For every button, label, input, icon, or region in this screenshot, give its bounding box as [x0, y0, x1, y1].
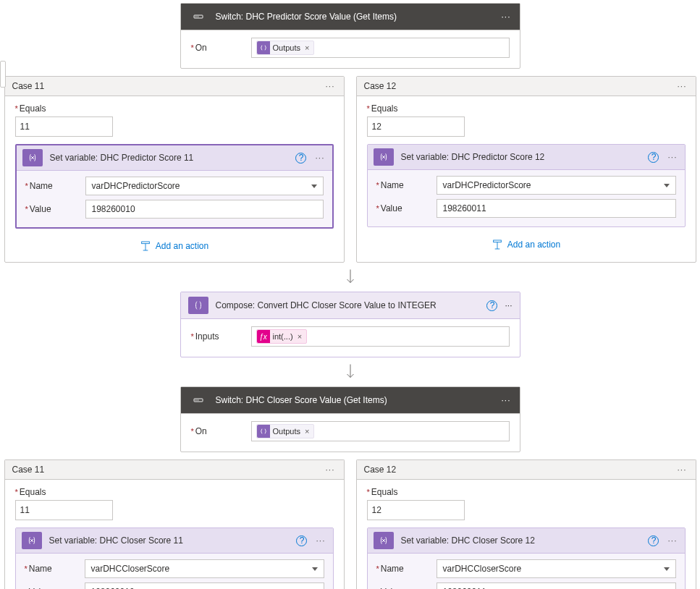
dynamic-content-icon	[257, 41, 270, 54]
predictor-case-12: Case 12 ··· Equals 12 Set variable: DHC …	[356, 76, 696, 263]
equals-input[interactable]: 11	[15, 500, 113, 520]
add-action-button[interactable]: Add an action	[367, 239, 686, 250]
set-variable-title: Set variable: DHC Closer Score 12	[401, 535, 641, 546]
on-input[interactable]: Outputs ×	[251, 38, 510, 58]
chip-remove-icon[interactable]: ×	[303, 427, 311, 436]
more-icon[interactable]: ···	[314, 535, 326, 546]
switch-closer-card: Switch: DHC Closer Score Value (Get Item…	[180, 386, 520, 452]
help-icon[interactable]: ?	[648, 535, 659, 546]
on-label: On	[191, 426, 245, 436]
case-title: Case 12	[364, 81, 669, 91]
dynamic-content-icon	[257, 425, 270, 438]
variable-icon	[374, 148, 394, 166]
chevron-down-icon	[312, 567, 318, 571]
help-icon[interactable]: ?	[648, 152, 659, 163]
chip-remove-icon[interactable]: ×	[296, 332, 303, 341]
name-select[interactable]: varDHCCloserScore	[85, 559, 324, 578]
set-variable-card: Set variable: DHC Closer Score 12 ? ··· …	[367, 527, 686, 589]
set-variable-card: Set variable: DHC Predictor Score 12 ? ·…	[367, 144, 686, 227]
set-variable-card: Set variable: DHC Closer Score 11 ? ··· …	[15, 527, 334, 589]
switch-closer-title: Switch: DHC Closer Score Value (Get Item…	[216, 395, 493, 405]
outputs-chip[interactable]: Outputs ×	[256, 41, 315, 55]
case-title: Case 12	[364, 465, 669, 475]
equals-label: Equals	[367, 487, 686, 497]
on-input[interactable]: Outputs ×	[251, 421, 510, 441]
outputs-chip[interactable]: Outputs ×	[256, 424, 315, 438]
value-input[interactable]: 198260011	[437, 199, 676, 218]
expression-chip[interactable]: ƒx int(...) ×	[256, 329, 308, 344]
outputs-chip-label: Outputs	[273, 427, 301, 436]
add-action-button[interactable]: Add an action	[15, 240, 334, 252]
variable-icon	[22, 532, 42, 549]
variable-icon	[374, 532, 394, 549]
more-icon[interactable]: ···	[313, 153, 326, 163]
more-icon[interactable]: ···	[666, 535, 678, 546]
fx-icon: ƒx	[257, 330, 270, 343]
name-value: varDHCCloserScore	[443, 564, 522, 574]
value-text: 198260010	[92, 204, 135, 214]
more-icon[interactable]: ···	[666, 152, 678, 162]
value-input[interactable]: 198260010	[85, 200, 324, 219]
value-label: Value	[25, 204, 80, 214]
name-select[interactable]: varDHCCloserScore	[437, 559, 676, 578]
value-input[interactable]: 198260011	[437, 582, 676, 589]
case-header[interactable]: Case 12 ···	[357, 77, 696, 96]
equals-label: Equals	[15, 103, 334, 114]
help-icon[interactable]: ?	[296, 535, 307, 546]
switch-icon	[188, 8, 208, 25]
compose-header[interactable]: Compose: Convert DHC Closer Score Value …	[181, 292, 520, 319]
chip-remove-icon[interactable]: ×	[303, 43, 311, 52]
inputs-field[interactable]: ƒx int(...) ×	[251, 326, 510, 347]
switch-icon	[188, 391, 208, 409]
more-icon[interactable]: ···	[505, 300, 512, 310]
set-variable-header[interactable]: Set variable: DHC Closer Score 11 ? ···	[16, 528, 333, 554]
more-icon[interactable]: ···	[499, 12, 512, 22]
name-label: Name	[25, 564, 79, 574]
more-icon[interactable]: ···	[675, 465, 688, 475]
set-variable-title: Set variable: DHC Closer Score 11	[49, 535, 290, 546]
case-header[interactable]: Case 11 ···	[5, 460, 344, 480]
chevron-down-icon	[311, 185, 317, 188]
help-icon[interactable]: ?	[486, 300, 497, 311]
set-variable-header[interactable]: Set variable: DHC Predictor Score 12 ? ·…	[368, 145, 685, 170]
more-icon[interactable]: ···	[324, 81, 336, 91]
switch-closer-header[interactable]: Switch: DHC Closer Score Value (Get Item…	[181, 387, 520, 414]
value-input[interactable]: 198260010	[85, 582, 324, 589]
name-select[interactable]: varDHCPredictorScore	[85, 177, 324, 195]
set-variable-header[interactable]: Set variable: DHC Predictor Score 11 ? ·…	[17, 145, 332, 171]
compose-icon	[188, 297, 208, 314]
on-label: On	[191, 43, 245, 53]
equals-input[interactable]: 11	[15, 116, 113, 137]
name-label: Name	[376, 564, 431, 574]
inputs-label: Inputs	[191, 331, 245, 342]
set-variable-card: Set variable: DHC Predictor Score 11 ? ·…	[15, 144, 334, 229]
chevron-down-icon	[664, 567, 670, 571]
equals-label: Equals	[15, 487, 334, 497]
switch-predictor-header[interactable]: Switch: DHC Predictor Score Value (Get I…	[181, 4, 520, 30]
name-label: Name	[25, 181, 80, 191]
predictor-case-11: Case 11 ··· Equals 11 Set variable: DHC …	[4, 76, 345, 263]
name-select[interactable]: varDHCPredictorScore	[437, 176, 676, 195]
name-value: varDHCPredictorScore	[92, 181, 180, 191]
more-icon[interactable]: ···	[499, 395, 512, 405]
more-icon[interactable]: ···	[324, 465, 336, 475]
set-variable-header[interactable]: Set variable: DHC Closer Score 12 ? ···	[368, 528, 685, 554]
help-icon[interactable]: ?	[295, 153, 306, 164]
expression-chip-label: int(...)	[273, 332, 293, 341]
more-icon[interactable]: ···	[675, 81, 688, 91]
flow-arrow-icon	[0, 268, 700, 286]
set-variable-title: Set variable: DHC Predictor Score 11	[50, 153, 289, 163]
equals-input[interactable]: 12	[367, 500, 465, 520]
case-header[interactable]: Case 12 ···	[357, 460, 696, 480]
name-value: varDHCCloserScore	[91, 564, 170, 574]
equals-input[interactable]: 12	[367, 116, 465, 137]
case-header[interactable]: Case 11 ···	[5, 77, 344, 96]
value-label: Value	[376, 203, 431, 213]
svg-rect-4	[141, 242, 149, 244]
value-text: 198260011	[443, 203, 486, 213]
closer-case-12: Case 12 ··· Equals 12 Set variable: DHC …	[356, 459, 696, 589]
name-value: varDHCPredictorScore	[443, 180, 531, 190]
set-variable-title: Set variable: DHC Predictor Score 12	[401, 152, 641, 162]
compose-title: Compose: Convert DHC Closer Score Value …	[216, 300, 480, 310]
compose-card: Compose: Convert DHC Closer Score Value …	[180, 292, 520, 357]
